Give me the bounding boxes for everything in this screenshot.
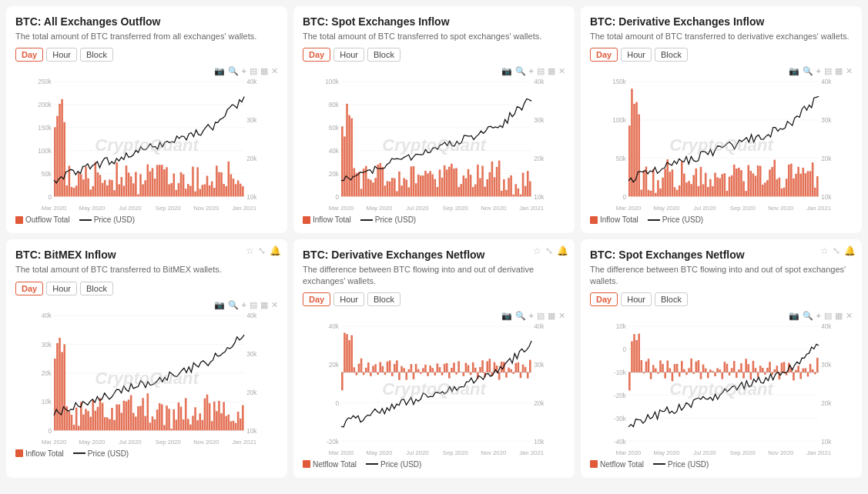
plus-icon[interactable]: + [529, 311, 534, 321]
time-btn-hour[interactable]: Hour [333, 48, 364, 62]
svg-rect-476 [486, 361, 488, 372]
svg-rect-242 [690, 184, 692, 196]
camera-icon[interactable]: 📷 [214, 66, 225, 76]
grid-icon[interactable]: ▦ [548, 311, 555, 321]
plus-icon[interactable]: + [529, 66, 534, 76]
svg-rect-47 [128, 173, 130, 197]
time-btn-block[interactable]: Block [655, 48, 688, 62]
svg-rect-393 [237, 412, 240, 430]
time-btn-day[interactable]: Day [303, 48, 330, 62]
grid-icon[interactable]: ▦ [835, 66, 843, 76]
grid-icon[interactable]: ▦ [548, 66, 555, 76]
star-icon[interactable]: ☆ [820, 245, 829, 256]
svg-rect-391 [233, 420, 235, 430]
expand-icon[interactable]: ⤡ [833, 245, 840, 256]
svg-rect-260 [733, 165, 736, 197]
grid-icon[interactable]: ▦ [835, 311, 843, 321]
camera-icon[interactable]: 📷 [501, 311, 512, 321]
zoom-icon[interactable]: 🔍 [803, 311, 813, 321]
time-btn-block[interactable]: Block [80, 48, 113, 62]
close-icon[interactable]: ✕ [271, 300, 278, 310]
time-btn-hour[interactable]: Hour [46, 282, 77, 295]
svg-rect-77 [199, 189, 201, 197]
time-btn-block[interactable]: Block [367, 292, 400, 306]
close-icon[interactable]: ✕ [271, 66, 278, 76]
download-icon[interactable]: ▤ [537, 66, 545, 76]
plus-icon[interactable]: + [242, 300, 246, 310]
time-btn-hour[interactable]: Hour [333, 292, 364, 306]
grid-icon[interactable]: ▦ [260, 300, 268, 310]
download-icon[interactable]: ▤ [824, 311, 832, 321]
svg-text:100k: 100k [38, 148, 52, 155]
svg-rect-374 [192, 416, 194, 430]
zoom-icon[interactable]: 🔍 [515, 311, 526, 321]
time-btn-hour[interactable]: Hour [46, 48, 77, 62]
svg-rect-428 [372, 365, 374, 372]
time-btn-day[interactable]: Day [15, 48, 43, 62]
camera-icon[interactable]: 📷 [789, 66, 799, 76]
bell-icon[interactable]: 🔔 [557, 245, 568, 256]
expand-icon[interactable]: ⤡ [545, 245, 553, 256]
svg-rect-467 [465, 362, 468, 372]
svg-rect-548 [700, 372, 702, 379]
svg-rect-427 [370, 372, 372, 376]
plus-icon[interactable]: + [816, 66, 821, 76]
time-btn-day[interactable]: Day [590, 292, 618, 306]
time-buttons: DayHourBlock [15, 48, 278, 62]
time-btn-hour[interactable]: Hour [621, 48, 652, 62]
bell-icon[interactable]: 🔔 [844, 245, 856, 256]
svg-text:20k: 20k [534, 400, 545, 407]
zoom-icon[interactable]: 🔍 [515, 66, 526, 76]
time-buttons: DayHourBlock [303, 48, 565, 62]
download-icon[interactable]: ▤ [824, 66, 832, 76]
card-subtitle: The total amount of BTC transferred to s… [303, 31, 565, 42]
download-icon[interactable]: ▤ [250, 66, 257, 76]
plus-icon[interactable]: + [816, 311, 821, 321]
close-icon[interactable]: ✕ [558, 311, 565, 321]
zoom-icon[interactable]: 🔍 [228, 300, 239, 310]
svg-rect-454 [434, 372, 437, 376]
chart-legend: Inflow TotalPrice (USD) [303, 215, 565, 224]
time-btn-day[interactable]: Day [303, 292, 330, 306]
svg-rect-228 [657, 180, 659, 196]
svg-text:10k: 10k [821, 438, 832, 445]
expand-icon[interactable]: ⤡ [258, 245, 266, 256]
star-icon[interactable]: ☆ [533, 245, 541, 256]
download-icon[interactable]: ▤ [537, 311, 545, 321]
time-btn-day[interactable]: Day [590, 48, 618, 62]
svg-rect-24 [73, 188, 75, 196]
svg-rect-278 [776, 179, 779, 197]
svg-rect-533 [664, 372, 666, 379]
svg-rect-81 [209, 185, 211, 197]
svg-rect-49 [132, 184, 135, 197]
svg-rect-469 [470, 372, 472, 375]
camera-icon[interactable]: 📷 [214, 300, 225, 310]
plus-icon[interactable]: + [242, 66, 246, 76]
svg-rect-320 [63, 344, 65, 430]
close-icon[interactable]: ✕ [846, 311, 853, 321]
svg-rect-527 [650, 372, 652, 379]
svg-rect-541 [683, 369, 685, 372]
svg-text:50k: 50k [42, 171, 52, 178]
bell-icon[interactable]: 🔔 [270, 245, 281, 256]
camera-icon[interactable]: 📷 [501, 66, 512, 76]
time-btn-hour[interactable]: Hour [621, 292, 652, 306]
svg-rect-118 [341, 127, 344, 197]
svg-rect-344 [121, 412, 123, 430]
star-icon[interactable]: ☆ [246, 245, 254, 256]
time-btn-block[interactable]: Block [655, 292, 688, 306]
grid-icon[interactable]: ▦ [260, 66, 268, 76]
close-icon[interactable]: ✕ [558, 66, 565, 76]
zoom-icon[interactable]: 🔍 [803, 66, 813, 76]
time-btn-day[interactable]: Day [15, 282, 43, 295]
camera-icon[interactable]: 📷 [789, 311, 799, 321]
time-btn-block[interactable]: Block [80, 282, 113, 295]
download-icon[interactable]: ▤ [250, 300, 257, 310]
zoom-icon[interactable]: 🔍 [228, 66, 239, 76]
close-icon[interactable]: ✕ [846, 66, 853, 76]
time-btn-block[interactable]: Block [367, 48, 400, 62]
svg-rect-335 [99, 398, 102, 430]
svg-rect-64 [168, 185, 170, 197]
svg-rect-235 [674, 188, 676, 197]
svg-rect-79 [204, 185, 206, 197]
